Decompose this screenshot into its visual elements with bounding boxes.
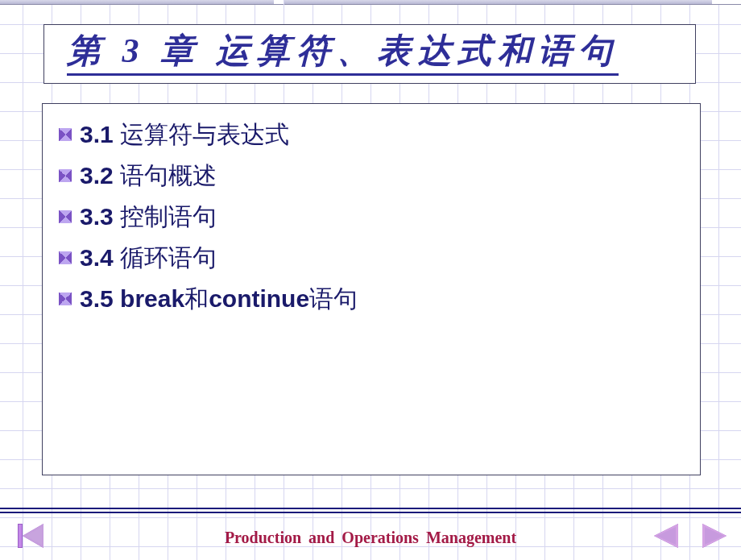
toc-item-text: 3.1 运算符与表达式 [80, 114, 289, 155]
diamond-bullet-icon [59, 210, 72, 223]
toc-box: 3.1 运算符与表达式 3.2 语句概述 3.3 控制语句 3.4 循环语句 3… [42, 103, 701, 475]
diamond-bullet-icon [59, 128, 72, 141]
top-accent-bar-left [0, 0, 274, 5]
top-accent-gap-1 [274, 0, 284, 5]
toc-item: 3.5 break和continue语句 [59, 278, 684, 319]
nav-left-group [18, 524, 47, 551]
toc-item-text: 3.2 语句概述 [80, 155, 217, 196]
top-accent-bar-right [284, 0, 712, 5]
footer-text: Production and Operations Management [0, 529, 741, 547]
toc-item-text: 3.3 控制语句 [80, 196, 217, 237]
chapter-title: 第 3 章 运算符、表达式和语句 [67, 32, 619, 75]
previous-slide-button[interactable] [654, 524, 683, 548]
triangle-left-inner [656, 527, 676, 545]
top-accent-gap-2 [712, 0, 741, 5]
diamond-bullet-icon [59, 169, 72, 182]
toc-item: 3.3 控制语句 [59, 196, 684, 237]
nav-right-group [654, 524, 727, 551]
diamond-bullet-icon [59, 251, 72, 264]
next-slide-button[interactable] [698, 524, 727, 548]
toc-item-text: 3.5 break和continue语句 [80, 278, 358, 319]
toc-item: 3.4 循环语句 [59, 237, 684, 278]
triangle-left-inner [26, 527, 42, 545]
toc-item: 3.1 运算符与表达式 [59, 114, 684, 155]
toc-item: 3.2 语句概述 [59, 155, 684, 196]
toc-item-text: 3.4 循环语句 [80, 237, 217, 278]
first-slide-button[interactable] [18, 524, 47, 548]
diamond-bullet-icon [59, 292, 72, 305]
triangle-right-inner [705, 527, 724, 545]
chapter-title-box: 第 3 章 运算符、表达式和语句 [43, 24, 696, 84]
bottom-double-rule [0, 508, 741, 514]
